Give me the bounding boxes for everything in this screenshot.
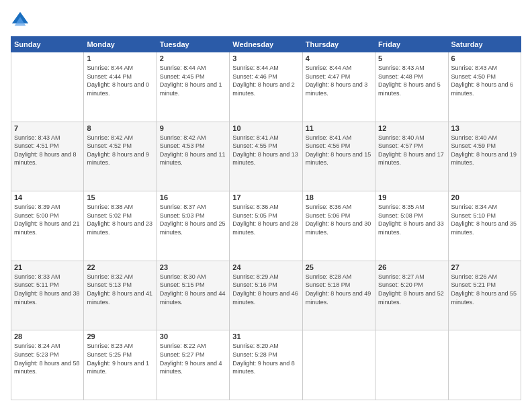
day-number: 29 [87,332,153,340]
day-info: Sunrise: 8:39 AMSunset: 5:00 PMDaylight:… [14,203,81,236]
calendar-cell: 22Sunrise: 8:32 AMSunset: 5:13 PMDayligh… [84,261,157,330]
day-info: Sunrise: 8:43 AMSunset: 4:51 PMDaylight:… [14,134,81,167]
calendar-week-row: 1Sunrise: 8:44 AMSunset: 4:44 PMDaylight… [11,52,521,122]
calendar-week-row: 21Sunrise: 8:33 AMSunset: 5:11 PMDayligh… [11,261,521,330]
weekday-header: Thursday [302,37,375,52]
calendar-cell: 31Sunrise: 8:20 AMSunset: 5:28 PMDayligh… [230,330,302,400]
day-number: 2 [160,54,226,62]
day-info: Sunrise: 8:44 AMSunset: 4:47 PMDaylight:… [306,64,372,97]
calendar-cell: 14Sunrise: 8:39 AMSunset: 5:00 PMDayligh… [11,191,84,261]
calendar-cell: 30Sunrise: 8:22 AMSunset: 5:27 PMDayligh… [157,330,229,400]
day-info: Sunrise: 8:20 AMSunset: 5:28 PMDaylight:… [232,342,299,375]
day-info: Sunrise: 8:36 AMSunset: 5:06 PMDaylight:… [306,203,372,236]
day-number: 11 [306,124,372,132]
calendar-cell: 11Sunrise: 8:41 AMSunset: 4:56 PMDayligh… [302,122,375,191]
day-number: 27 [451,263,518,271]
weekday-header: Sunday [11,37,84,52]
day-info: Sunrise: 8:42 AMSunset: 4:52 PMDaylight:… [87,134,153,167]
day-number: 9 [160,124,226,132]
day-number: 5 [378,54,445,62]
day-number: 26 [378,263,445,271]
calendar-cell: 19Sunrise: 8:35 AMSunset: 5:08 PMDayligh… [375,191,448,261]
calendar-cell: 12Sunrise: 8:40 AMSunset: 4:57 PMDayligh… [375,122,448,191]
calendar-cell [375,330,448,400]
calendar-cell: 15Sunrise: 8:38 AMSunset: 5:02 PMDayligh… [84,191,157,261]
day-number: 13 [451,124,518,132]
day-number: 23 [160,263,226,271]
day-info: Sunrise: 8:41 AMSunset: 4:55 PMDaylight:… [232,134,299,167]
calendar-cell: 17Sunrise: 8:36 AMSunset: 5:05 PMDayligh… [230,191,302,261]
calendar-cell: 20Sunrise: 8:34 AMSunset: 5:10 PMDayligh… [448,191,521,261]
day-number: 10 [232,124,299,132]
calendar-cell: 28Sunrise: 8:24 AMSunset: 5:23 PMDayligh… [11,330,84,400]
calendar-cell: 3Sunrise: 8:44 AMSunset: 4:46 PMDaylight… [230,52,302,122]
day-number: 3 [232,54,299,62]
day-number: 30 [160,332,226,340]
day-info: Sunrise: 8:22 AMSunset: 5:27 PMDaylight:… [160,342,226,375]
day-info: Sunrise: 8:35 AMSunset: 5:08 PMDaylight:… [378,203,445,236]
calendar-table: SundayMondayTuesdayWednesdayThursdayFrid… [11,36,521,400]
day-info: Sunrise: 8:37 AMSunset: 5:03 PMDaylight:… [160,203,226,236]
calendar-cell: 5Sunrise: 8:43 AMSunset: 4:48 PMDaylight… [375,52,448,122]
weekday-header: Wednesday [230,37,302,52]
calendar-cell: 29Sunrise: 8:23 AMSunset: 5:25 PMDayligh… [84,330,157,400]
day-number: 25 [306,263,372,271]
logo-icon [11,11,30,30]
weekday-header-row: SundayMondayTuesdayWednesdayThursdayFrid… [11,37,521,52]
calendar-cell: 23Sunrise: 8:30 AMSunset: 5:15 PMDayligh… [157,261,229,330]
day-number: 24 [232,263,299,271]
day-number: 15 [87,193,153,201]
day-info: Sunrise: 8:26 AMSunset: 5:21 PMDaylight:… [451,273,518,306]
calendar-cell: 21Sunrise: 8:33 AMSunset: 5:11 PMDayligh… [11,261,84,330]
calendar-cell: 13Sunrise: 8:40 AMSunset: 4:59 PMDayligh… [448,122,521,191]
calendar-cell [11,52,84,122]
day-number: 14 [14,193,81,201]
calendar-cell [448,330,521,400]
day-number: 18 [306,193,372,201]
calendar-page: SundayMondayTuesdayWednesdayThursdayFrid… [0,0,532,411]
calendar-cell: 16Sunrise: 8:37 AMSunset: 5:03 PMDayligh… [157,191,229,261]
day-info: Sunrise: 8:30 AMSunset: 5:15 PMDaylight:… [160,273,226,306]
day-number: 28 [14,332,81,340]
calendar-cell: 27Sunrise: 8:26 AMSunset: 5:21 PMDayligh… [448,261,521,330]
weekday-header: Monday [84,37,157,52]
calendar-cell: 8Sunrise: 8:42 AMSunset: 4:52 PMDaylight… [84,122,157,191]
day-number: 12 [378,124,445,132]
calendar-cell: 1Sunrise: 8:44 AMSunset: 4:44 PMDaylight… [84,52,157,122]
calendar-cell: 26Sunrise: 8:27 AMSunset: 5:20 PMDayligh… [375,261,448,330]
day-info: Sunrise: 8:42 AMSunset: 4:53 PMDaylight:… [160,134,226,167]
day-number: 22 [87,263,153,271]
logo [11,11,32,30]
day-number: 31 [232,332,299,340]
calendar-cell: 2Sunrise: 8:44 AMSunset: 4:45 PMDaylight… [157,52,229,122]
day-info: Sunrise: 8:43 AMSunset: 4:48 PMDaylight:… [378,64,445,97]
calendar-cell: 7Sunrise: 8:43 AMSunset: 4:51 PMDaylight… [11,122,84,191]
calendar-week-row: 14Sunrise: 8:39 AMSunset: 5:00 PMDayligh… [11,191,521,261]
day-info: Sunrise: 8:41 AMSunset: 4:56 PMDaylight:… [306,134,372,167]
day-info: Sunrise: 8:44 AMSunset: 4:45 PMDaylight:… [160,64,226,97]
day-number: 8 [87,124,153,132]
day-info: Sunrise: 8:33 AMSunset: 5:11 PMDaylight:… [14,273,81,306]
day-info: Sunrise: 8:34 AMSunset: 5:10 PMDaylight:… [451,203,518,236]
header [11,11,521,30]
day-info: Sunrise: 8:23 AMSunset: 5:25 PMDaylight:… [87,342,153,375]
calendar-cell [302,330,375,400]
day-info: Sunrise: 8:44 AMSunset: 4:46 PMDaylight:… [232,64,299,97]
calendar-cell: 6Sunrise: 8:43 AMSunset: 4:50 PMDaylight… [448,52,521,122]
weekday-header: Tuesday [157,37,229,52]
day-info: Sunrise: 8:24 AMSunset: 5:23 PMDaylight:… [14,342,81,375]
day-number: 16 [160,193,226,201]
day-info: Sunrise: 8:44 AMSunset: 4:44 PMDaylight:… [87,64,153,97]
calendar-cell: 25Sunrise: 8:28 AMSunset: 5:18 PMDayligh… [302,261,375,330]
calendar-week-row: 28Sunrise: 8:24 AMSunset: 5:23 PMDayligh… [11,330,521,400]
day-info: Sunrise: 8:28 AMSunset: 5:18 PMDaylight:… [306,273,372,306]
day-info: Sunrise: 8:40 AMSunset: 4:59 PMDaylight:… [451,134,518,167]
calendar-cell: 9Sunrise: 8:42 AMSunset: 4:53 PMDaylight… [157,122,229,191]
day-info: Sunrise: 8:40 AMSunset: 4:57 PMDaylight:… [378,134,445,167]
calendar-cell: 18Sunrise: 8:36 AMSunset: 5:06 PMDayligh… [302,191,375,261]
day-number: 19 [378,193,445,201]
day-number: 17 [232,193,299,201]
calendar-cell: 10Sunrise: 8:41 AMSunset: 4:55 PMDayligh… [230,122,302,191]
calendar-cell: 24Sunrise: 8:29 AMSunset: 5:16 PMDayligh… [230,261,302,330]
weekday-header: Friday [375,37,448,52]
